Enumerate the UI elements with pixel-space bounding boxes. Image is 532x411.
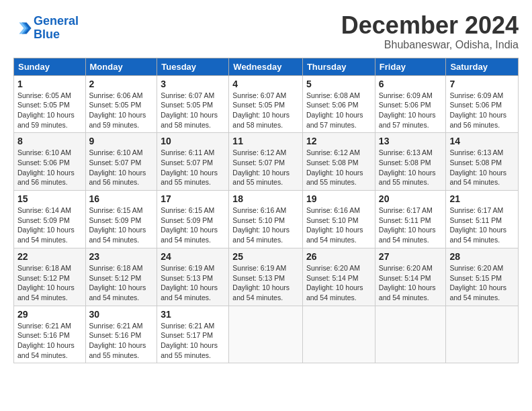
- table-row: 22 Sunrise: 6:18 AMSunset: 5:12 PMDaylig…: [14, 248, 86, 306]
- table-row: 5 Sunrise: 6:08 AMSunset: 5:06 PMDayligh…: [302, 75, 375, 133]
- day-number: 2: [89, 79, 154, 89]
- day-info: Sunrise: 6:07 AMSunset: 5:05 PMDaylight:…: [232, 91, 290, 129]
- day-info: Sunrise: 6:12 AMSunset: 5:08 PMDaylight:…: [306, 148, 363, 186]
- logo-general: General: [34, 14, 79, 28]
- table-row: 15 Sunrise: 6:14 AMSunset: 5:09 PMDaylig…: [14, 191, 86, 248]
- page: General Blue December 2024 Bhubaneswar, …: [0, 0, 532, 370]
- col-wednesday: Wednesday: [229, 58, 303, 75]
- col-monday: Monday: [85, 58, 157, 75]
- day-number: 8: [17, 136, 82, 146]
- day-number: 11: [232, 136, 299, 146]
- table-row: 2 Sunrise: 6:06 AMSunset: 5:05 PMDayligh…: [85, 75, 157, 133]
- day-number: 29: [17, 309, 82, 320]
- table-row: 6 Sunrise: 6:09 AMSunset: 5:06 PMDayligh…: [375, 75, 446, 133]
- day-number: 22: [17, 251, 82, 262]
- table-row: 7 Sunrise: 6:09 AMSunset: 5:06 PMDayligh…: [446, 75, 519, 133]
- col-sunday: Sunday: [14, 58, 86, 75]
- calendar-week-0: 1 Sunrise: 6:05 AMSunset: 5:05 PMDayligh…: [14, 75, 519, 133]
- table-row: 27 Sunrise: 6:20 AMSunset: 5:14 PMDaylig…: [375, 248, 446, 306]
- table-row: [302, 306, 375, 363]
- day-info: Sunrise: 6:19 AMSunset: 5:13 PMDaylight:…: [161, 264, 218, 302]
- day-info: Sunrise: 6:13 AMSunset: 5:08 PMDaylight:…: [449, 148, 506, 186]
- table-row: 8 Sunrise: 6:10 AMSunset: 5:06 PMDayligh…: [14, 133, 86, 191]
- day-info: Sunrise: 6:10 AMSunset: 5:07 PMDaylight:…: [89, 148, 146, 186]
- day-info: Sunrise: 6:16 AMSunset: 5:10 PMDaylight:…: [232, 206, 290, 244]
- table-row: 23 Sunrise: 6:18 AMSunset: 5:12 PMDaylig…: [85, 248, 157, 306]
- day-number: 20: [379, 193, 443, 204]
- day-number: 6: [379, 79, 443, 89]
- day-info: Sunrise: 6:21 AMSunset: 5:16 PMDaylight:…: [89, 322, 146, 359]
- day-number: 27: [379, 251, 443, 262]
- day-number: 1: [17, 79, 82, 89]
- day-number: 15: [17, 193, 82, 204]
- day-info: Sunrise: 6:10 AMSunset: 5:06 PMDaylight:…: [17, 148, 75, 186]
- day-info: Sunrise: 6:21 AMSunset: 5:17 PMDaylight:…: [161, 322, 218, 359]
- table-row: 3 Sunrise: 6:07 AMSunset: 5:05 PMDayligh…: [157, 75, 229, 133]
- table-row: 17 Sunrise: 6:15 AMSunset: 5:09 PMDaylig…: [157, 191, 229, 248]
- col-saturday: Saturday: [446, 58, 519, 75]
- table-row: 11 Sunrise: 6:12 AMSunset: 5:07 PMDaylig…: [229, 133, 303, 191]
- table-row: 26 Sunrise: 6:20 AMSunset: 5:14 PMDaylig…: [302, 248, 375, 306]
- main-title: December 2024: [341, 12, 519, 39]
- day-info: Sunrise: 6:20 AMSunset: 5:15 PMDaylight:…: [449, 264, 506, 302]
- day-info: Sunrise: 6:21 AMSunset: 5:16 PMDaylight:…: [17, 322, 75, 359]
- day-number: 26: [306, 251, 371, 262]
- table-row: 25 Sunrise: 6:19 AMSunset: 5:13 PMDaylig…: [229, 248, 303, 306]
- day-number: 24: [161, 251, 225, 262]
- table-row: 1 Sunrise: 6:05 AMSunset: 5:05 PMDayligh…: [14, 75, 86, 133]
- col-tuesday: Tuesday: [157, 58, 229, 75]
- day-info: Sunrise: 6:16 AMSunset: 5:10 PMDaylight:…: [306, 206, 363, 244]
- day-number: 7: [449, 79, 515, 89]
- day-number: 23: [89, 251, 154, 262]
- calendar-week-4: 29 Sunrise: 6:21 AMSunset: 5:16 PMDaylig…: [14, 306, 519, 363]
- day-info: Sunrise: 6:06 AMSunset: 5:05 PMDaylight:…: [89, 91, 146, 129]
- table-row: 21 Sunrise: 6:17 AMSunset: 5:11 PMDaylig…: [446, 191, 519, 248]
- day-number: 28: [449, 251, 515, 262]
- table-row: 14 Sunrise: 6:13 AMSunset: 5:08 PMDaylig…: [446, 133, 519, 191]
- day-info: Sunrise: 6:09 AMSunset: 5:06 PMDaylight:…: [449, 91, 506, 129]
- table-row: 19 Sunrise: 6:16 AMSunset: 5:10 PMDaylig…: [302, 191, 375, 248]
- table-row: [375, 306, 446, 363]
- table-row: 28 Sunrise: 6:20 AMSunset: 5:15 PMDaylig…: [446, 248, 519, 306]
- day-info: Sunrise: 6:12 AMSunset: 5:07 PMDaylight:…: [232, 148, 290, 186]
- day-info: Sunrise: 6:08 AMSunset: 5:06 PMDaylight:…: [306, 91, 363, 129]
- table-row: 20 Sunrise: 6:17 AMSunset: 5:11 PMDaylig…: [375, 191, 446, 248]
- day-info: Sunrise: 6:07 AMSunset: 5:05 PMDaylight:…: [161, 91, 218, 129]
- calendar-header-row: Sunday Monday Tuesday Wednesday Thursday…: [14, 58, 519, 75]
- table-row: 29 Sunrise: 6:21 AMSunset: 5:16 PMDaylig…: [14, 306, 86, 363]
- table-row: [229, 306, 303, 363]
- day-number: 18: [232, 193, 299, 204]
- day-info: Sunrise: 6:05 AMSunset: 5:05 PMDaylight:…: [17, 91, 75, 129]
- day-info: Sunrise: 6:15 AMSunset: 5:09 PMDaylight:…: [161, 206, 218, 244]
- col-thursday: Thursday: [302, 58, 375, 75]
- day-info: Sunrise: 6:20 AMSunset: 5:14 PMDaylight:…: [379, 264, 436, 302]
- day-info: Sunrise: 6:18 AMSunset: 5:12 PMDaylight:…: [89, 264, 146, 302]
- title-block: December 2024 Bhubaneswar, Odisha, India: [341, 12, 519, 51]
- day-number: 21: [449, 193, 515, 204]
- day-number: 10: [161, 136, 225, 146]
- table-row: 9 Sunrise: 6:10 AMSunset: 5:07 PMDayligh…: [85, 133, 157, 191]
- table-row: 10 Sunrise: 6:11 AMSunset: 5:07 PMDaylig…: [157, 133, 229, 191]
- calendar-table: Sunday Monday Tuesday Wednesday Thursday…: [13, 58, 519, 364]
- table-row: 18 Sunrise: 6:16 AMSunset: 5:10 PMDaylig…: [229, 191, 303, 248]
- table-row: [446, 306, 519, 363]
- day-info: Sunrise: 6:19 AMSunset: 5:13 PMDaylight:…: [232, 264, 290, 302]
- calendar-week-3: 22 Sunrise: 6:18 AMSunset: 5:12 PMDaylig…: [14, 248, 519, 306]
- day-info: Sunrise: 6:09 AMSunset: 5:06 PMDaylight:…: [379, 91, 436, 129]
- day-info: Sunrise: 6:17 AMSunset: 5:11 PMDaylight:…: [379, 206, 436, 244]
- day-info: Sunrise: 6:13 AMSunset: 5:08 PMDaylight:…: [379, 148, 436, 186]
- subtitle: Bhubaneswar, Odisha, India: [341, 39, 519, 51]
- day-info: Sunrise: 6:11 AMSunset: 5:07 PMDaylight:…: [161, 148, 218, 186]
- day-info: Sunrise: 6:14 AMSunset: 5:09 PMDaylight:…: [17, 206, 75, 244]
- day-info: Sunrise: 6:18 AMSunset: 5:12 PMDaylight:…: [17, 264, 75, 302]
- calendar-week-1: 8 Sunrise: 6:10 AMSunset: 5:06 PMDayligh…: [14, 133, 519, 191]
- table-row: 16 Sunrise: 6:15 AMSunset: 5:09 PMDaylig…: [85, 191, 157, 248]
- day-info: Sunrise: 6:17 AMSunset: 5:11 PMDaylight:…: [449, 206, 506, 244]
- table-row: 13 Sunrise: 6:13 AMSunset: 5:08 PMDaylig…: [375, 133, 446, 191]
- day-number: 14: [449, 136, 515, 146]
- day-number: 30: [89, 309, 154, 320]
- table-row: 12 Sunrise: 6:12 AMSunset: 5:08 PMDaylig…: [302, 133, 375, 191]
- table-row: 31 Sunrise: 6:21 AMSunset: 5:17 PMDaylig…: [157, 306, 229, 363]
- day-number: 25: [232, 251, 299, 262]
- table-row: 4 Sunrise: 6:07 AMSunset: 5:05 PMDayligh…: [229, 75, 303, 133]
